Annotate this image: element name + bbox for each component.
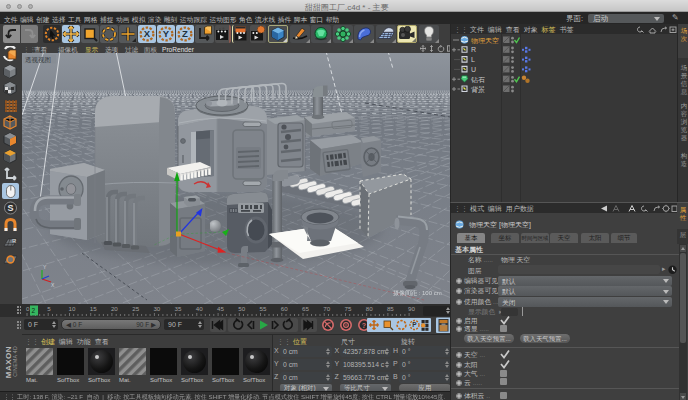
svg-text:R: R — [471, 46, 476, 53]
svg-text:10: 10 — [69, 305, 76, 312]
svg-text:70: 70 — [323, 305, 330, 312]
svg-text:60: 60 — [281, 305, 288, 312]
svg-text:透视视图: 透视视图 — [25, 56, 51, 64]
svg-text:80: 80 — [366, 305, 373, 312]
svg-text:SofTbox: SofTbox — [57, 377, 79, 383]
svg-text:50: 50 — [238, 305, 245, 312]
svg-text:2: 2 — [32, 307, 36, 314]
svg-text:25: 25 — [132, 305, 139, 312]
svg-text:S: S — [7, 203, 13, 213]
svg-text:5: 5 — [47, 305, 51, 312]
svg-text:SofTbox: SofTbox — [88, 377, 110, 383]
svg-text:背景: 背景 — [471, 86, 485, 93]
svg-text:90: 90 — [408, 305, 415, 312]
svg-text:SofTbox: SofTbox — [150, 377, 172, 383]
svg-text:75: 75 — [345, 305, 352, 312]
svg-text:SofTbox: SofTbox — [181, 377, 203, 383]
svg-text:0: 0 — [26, 305, 30, 312]
svg-text:20: 20 — [111, 305, 118, 312]
svg-text:?: ? — [362, 322, 366, 329]
svg-text:45: 45 — [217, 305, 224, 312]
svg-text:物理天空: 物理天空 — [471, 37, 499, 45]
svg-text:Mat.: Mat. — [119, 377, 131, 383]
svg-text:35: 35 — [175, 305, 182, 312]
svg-text:55: 55 — [260, 305, 267, 312]
svg-text:30: 30 — [153, 305, 160, 312]
svg-text:Z: Z — [182, 28, 188, 39]
svg-text:SofTbox: SofTbox — [243, 377, 265, 383]
svg-text:40: 40 — [196, 305, 203, 312]
svg-text:85: 85 — [387, 305, 394, 312]
svg-text:65: 65 — [302, 305, 309, 312]
svg-text:R: R — [12, 238, 17, 244]
svg-text:Mat.: Mat. — [26, 377, 38, 383]
svg-text:钻石: 钻石 — [470, 76, 485, 84]
svg-text:15: 15 — [90, 305, 97, 312]
svg-text:摄像间距 : 100 cm: 摄像间距 : 100 cm — [393, 289, 442, 297]
svg-text:P: P — [412, 321, 417, 328]
svg-text:SofTbox: SofTbox — [212, 377, 234, 383]
svg-text:L: L — [471, 56, 475, 63]
svg-text:Y: Y — [162, 28, 169, 39]
svg-text:X: X — [143, 28, 150, 39]
svg-text:U: U — [471, 66, 476, 73]
